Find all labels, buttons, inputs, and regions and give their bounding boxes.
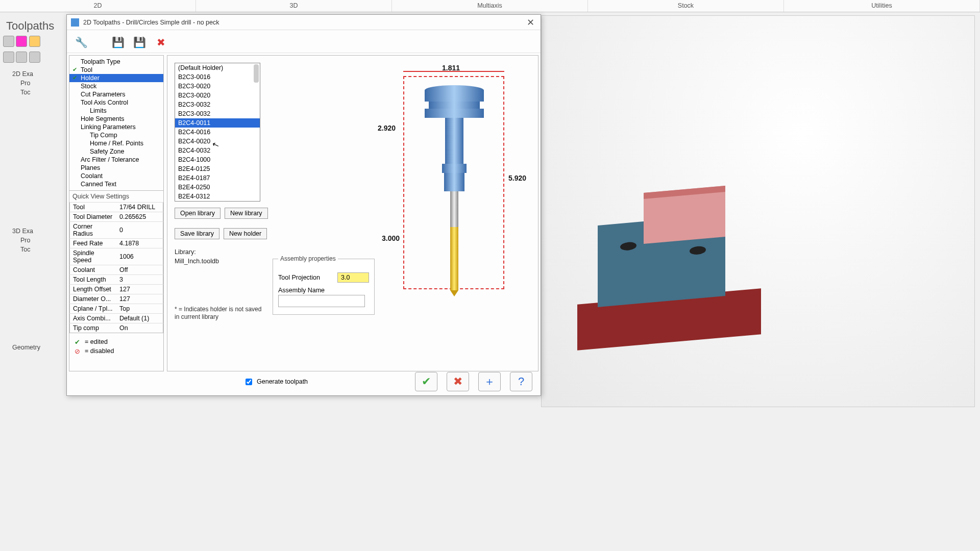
param-tree-item[interactable]: Holder [69,74,163,82]
tree-item[interactable]: 2D Exa [12,70,64,78]
param-tree-item[interactable]: Tip Comp [69,131,163,139]
ribbon-tab-3d[interactable]: 3D [196,0,392,12]
dialog-footer: Generate toolpath ✔ ✖ ＋ ? [75,372,532,391]
quick-view-row: Feed Rate4.1878 [70,239,163,248]
holder-list[interactable]: (Default Holder)B2C3-0016B2C3-0020B2C3-0… [175,63,260,202]
param-tree-item[interactable]: Canned Text [69,180,163,188]
holder-list-item[interactable]: (Default Holder) [175,63,260,72]
param-tree-item[interactable]: Stock [69,82,163,90]
dim-tool-height: 3.000 [382,234,400,242]
save-library-button[interactable]: Save library [175,228,219,239]
holder-list-item[interactable]: B2C3-0032 [175,109,260,118]
holder-list-item[interactable]: B2E4-0125 [175,164,260,173]
content-panel: (Default Holder)B2C3-0016B2C3-0020B2C3-0… [167,55,538,371]
tool-projection-input[interactable] [337,272,369,283]
holder-list-item[interactable]: B2E4-0187 [175,173,260,183]
param-tree-item[interactable]: Arc Filter / Tolerance [69,156,163,164]
holder-list-item[interactable]: B2E4-0250 [175,183,260,192]
quick-view-row: Tool17/64 DRILL [70,203,163,212]
param-tree-item[interactable]: Planes [69,164,163,172]
delete-icon[interactable] [16,36,27,47]
holder-list-item[interactable]: B2E4-0312 [175,192,260,201]
holder-svg [418,85,491,297]
quick-view-row: Diameter O...127 [70,294,163,304]
assembly-name-input[interactable] [278,295,365,307]
save-icon[interactable]: 💾 [111,35,125,49]
open-library-button[interactable]: Open library [175,208,220,219]
svg-rect-5 [442,164,467,173]
tree-item[interactable]: Pro [12,237,64,244]
param-tree-item[interactable]: Limits [69,107,163,115]
param-tree-item[interactable]: Coolant [69,172,163,180]
holder-list-item[interactable]: B2C4-0016 [175,128,260,137]
param-tree-item[interactable]: Safety Zone [69,147,163,156]
delete-icon[interactable]: ✖ [154,35,168,49]
library-label: Library: [175,248,196,256]
holder-list-item[interactable]: B2C3-0020 [175,91,260,100]
ops-tree[interactable]: 2D Exa Pro Toc 3D Exa Pro Toc Geometry [3,70,64,351]
param-tree-item[interactable]: Tool [69,66,163,74]
ribbon-tab-multiaxis[interactable]: Multiaxis [392,0,588,12]
ribbon-tab-utilities[interactable]: Utilities [784,0,980,12]
generate-toolpath-checkbox[interactable]: Generate toolpath [243,377,308,387]
tree-item-geometry[interactable]: Geometry [12,344,64,351]
close-button[interactable]: ✕ [524,17,536,28]
quick-view-table: Tool17/64 DRILLTool Diameter0.265625Corn… [69,202,163,333]
ribbon-tab-stock[interactable]: Stock [588,0,784,12]
ok-button[interactable]: ✔ [415,372,437,391]
ribbon-tab-2d[interactable]: 2D [0,0,196,12]
dialog-title: 2D Toolpaths - Drill/Circles Simple dril… [83,19,524,26]
tree-item[interactable]: 3D Exa [12,228,64,235]
tree-item[interactable]: Pro [12,80,64,87]
help-button[interactable]: ? [510,372,532,391]
library-name: Mill_Inch.tooldb [175,258,219,265]
legend: ✔= edited ⊘= disabled [69,333,163,360]
param-tree-item[interactable]: Tool Axis Control [69,98,163,107]
holder-list-item[interactable]: B2C3-0020 [175,82,260,91]
scrollbar[interactable] [254,64,259,83]
assembly-properties: Assembly properties Tool Projection Asse… [273,259,375,315]
left-panel: Toolpaths 2D Exa Pro Toc 3D Exa Pro Toc … [3,14,64,353]
ribbon-tabs: 2D 3D Multiaxis Stock Utilities [0,0,980,12]
add-button[interactable]: ＋ [478,372,501,391]
quick-view-row: Tip compOn [70,323,163,333]
svg-rect-6 [444,173,464,191]
param-tree-item[interactable]: Linking Parameters [69,123,163,131]
new-library-button[interactable]: New library [225,208,268,219]
param-tree[interactable]: Toolpath TypeToolHolderStockCut Paramete… [69,56,163,191]
viewport-3d[interactable] [541,15,975,407]
svg-rect-2 [429,102,480,109]
generate-toolpath-input[interactable] [246,379,252,385]
new-holder-button[interactable]: New holder [224,228,267,239]
check-icon: ✔ [74,338,81,345]
holder-list-item[interactable]: B2C3-0016 [175,72,260,82]
app-icon [71,18,79,27]
assembly-name-label: Assembly Name [278,287,369,294]
ghost-icon[interactable] [29,52,40,63]
quick-view-row: Tool Length3 [70,275,163,285]
svg-rect-3 [425,109,484,118]
quick-view-row: Cplane / Tpl...Top [70,304,163,314]
cancel-button[interactable]: ✖ [447,372,469,391]
save-as-icon[interactable]: 💾 [132,35,146,49]
param-tree-item[interactable]: Cut Parameters [69,90,163,98]
legend-edited: = edited [85,338,108,345]
svg-rect-8 [450,227,458,290]
run-icon[interactable] [29,36,40,47]
holder-list-item[interactable]: B2C4-0011 [175,118,260,128]
lock-icon[interactable] [3,52,14,63]
holder-list-item[interactable]: B2C3-0032 [175,100,260,109]
arrow-icon[interactable] [3,36,14,47]
svg-rect-7 [450,191,458,227]
assembly-title: Assembly properties [278,255,338,262]
dim-holder-height: 2.920 [378,124,396,132]
tree-item[interactable]: Toc [12,246,64,253]
svg-rect-4 [445,118,463,164]
param-tree-item[interactable]: Hole Segments [69,115,163,123]
wave-icon[interactable] [16,52,27,63]
tool-icon[interactable]: 🔧 [74,35,88,49]
param-tree-item[interactable]: Toolpath Type [69,58,163,66]
param-tree-item[interactable]: Home / Ref. Points [69,139,163,147]
tree-item[interactable]: Toc [12,89,64,96]
holder-list-item[interactable]: B2C4-1000 [175,155,260,164]
